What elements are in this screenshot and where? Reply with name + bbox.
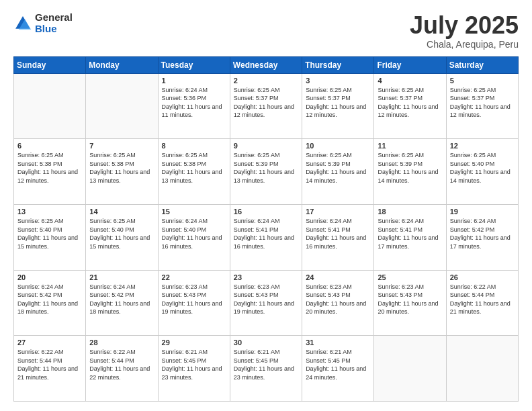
calendar-cell: 2Sunrise: 6:25 AMSunset: 5:37 PMDaylight… — [230, 73, 302, 139]
page: General Blue July 2025 Chala, Arequipa, … — [0, 0, 532, 411]
day-info: Sunrise: 6:25 AMSunset: 5:40 PMDaylight:… — [89, 217, 154, 250]
day-number: 12 — [450, 142, 515, 150]
day-number: 13 — [17, 208, 82, 216]
logo-general: General — [35, 12, 73, 24]
day-number: 28 — [89, 338, 154, 347]
day-info: Sunrise: 6:24 AMSunset: 5:41 PMDaylight:… — [378, 217, 442, 250]
day-info: Sunrise: 6:21 AMSunset: 5:45 PMDaylight:… — [306, 348, 370, 381]
day-info: Sunrise: 6:25 AMSunset: 5:37 PMDaylight:… — [450, 86, 515, 120]
calendar-cell: 13Sunrise: 6:25 AMSunset: 5:40 PMDayligh… — [14, 204, 86, 270]
calendar-cell — [86, 73, 158, 139]
day-number: 19 — [450, 208, 515, 216]
logo-icon — [13, 14, 32, 33]
weekday-header-row: SundayMondayTuesdayWednesdayThursdayFrid… — [14, 56, 519, 73]
day-info: Sunrise: 6:23 AMSunset: 5:43 PMDaylight:… — [234, 283, 298, 316]
day-number: 25 — [378, 273, 442, 281]
day-info: Sunrise: 6:25 AMSunset: 5:37 PMDaylight:… — [234, 86, 298, 120]
weekday-header-monday: Monday — [86, 56, 158, 73]
day-number: 26 — [450, 273, 515, 281]
calendar-cell: 6Sunrise: 6:25 AMSunset: 5:38 PMDaylight… — [14, 139, 86, 205]
day-number: 17 — [306, 208, 370, 216]
day-info: Sunrise: 6:25 AMSunset: 5:39 PMDaylight:… — [234, 151, 298, 185]
calendar-cell: 5Sunrise: 6:25 AMSunset: 5:37 PMDaylight… — [446, 73, 518, 139]
day-info: Sunrise: 6:23 AMSunset: 5:43 PMDaylight:… — [162, 283, 226, 316]
logo-text: General Blue — [35, 12, 73, 34]
day-number: 20 — [17, 273, 82, 281]
day-info: Sunrise: 6:24 AMSunset: 5:42 PMDaylight:… — [89, 283, 154, 316]
day-number: 16 — [234, 208, 298, 216]
day-info: Sunrise: 6:25 AMSunset: 5:37 PMDaylight:… — [306, 86, 370, 120]
logo-blue: Blue — [35, 24, 73, 35]
day-info: Sunrise: 6:25 AMSunset: 5:40 PMDaylight:… — [450, 151, 515, 185]
day-info: Sunrise: 6:21 AMSunset: 5:45 PMDaylight:… — [234, 348, 298, 381]
day-info: Sunrise: 6:22 AMSunset: 5:44 PMDaylight:… — [17, 348, 82, 381]
logo: General Blue — [13, 12, 73, 34]
day-number: 14 — [89, 208, 154, 216]
day-info: Sunrise: 6:22 AMSunset: 5:44 PMDaylight:… — [450, 283, 515, 316]
day-number: 18 — [378, 208, 442, 216]
day-info: Sunrise: 6:24 AMSunset: 5:42 PMDaylight:… — [17, 283, 82, 316]
weekday-header-tuesday: Tuesday — [158, 56, 230, 73]
week-row-1: 1Sunrise: 6:24 AMSunset: 5:36 PMDaylight… — [14, 73, 519, 139]
calendar-cell: 31Sunrise: 6:21 AMSunset: 5:45 PMDayligh… — [302, 336, 374, 402]
calendar-cell: 27Sunrise: 6:22 AMSunset: 5:44 PMDayligh… — [14, 336, 86, 402]
weekday-header-thursday: Thursday — [302, 56, 374, 73]
day-number: 11 — [378, 142, 442, 150]
week-row-2: 6Sunrise: 6:25 AMSunset: 5:38 PMDaylight… — [14, 139, 519, 205]
day-number: 10 — [306, 142, 370, 150]
day-number: 1 — [162, 77, 226, 85]
calendar-cell: 15Sunrise: 6:24 AMSunset: 5:40 PMDayligh… — [158, 204, 230, 270]
weekday-header-friday: Friday — [374, 56, 446, 73]
calendar-cell: 10Sunrise: 6:25 AMSunset: 5:39 PMDayligh… — [302, 139, 374, 205]
day-number: 8 — [162, 142, 226, 150]
calendar-cell: 4Sunrise: 6:25 AMSunset: 5:37 PMDaylight… — [374, 73, 446, 139]
day-number: 4 — [378, 77, 442, 85]
calendar-cell: 22Sunrise: 6:23 AMSunset: 5:43 PMDayligh… — [158, 270, 230, 336]
calendar-cell: 23Sunrise: 6:23 AMSunset: 5:43 PMDayligh… — [230, 270, 302, 336]
day-info: Sunrise: 6:25 AMSunset: 5:38 PMDaylight:… — [17, 151, 82, 185]
calendar-cell: 16Sunrise: 6:24 AMSunset: 5:41 PMDayligh… — [230, 204, 302, 270]
day-number: 3 — [306, 77, 370, 85]
day-info: Sunrise: 6:25 AMSunset: 5:39 PMDaylight:… — [306, 151, 370, 185]
day-info: Sunrise: 6:24 AMSunset: 5:42 PMDaylight:… — [450, 217, 515, 250]
day-number: 7 — [89, 142, 154, 150]
calendar-cell: 8Sunrise: 6:25 AMSunset: 5:38 PMDaylight… — [158, 139, 230, 205]
day-info: Sunrise: 6:24 AMSunset: 5:40 PMDaylight:… — [162, 217, 226, 250]
calendar-cell: 29Sunrise: 6:21 AMSunset: 5:45 PMDayligh… — [158, 336, 230, 402]
calendar-cell: 30Sunrise: 6:21 AMSunset: 5:45 PMDayligh… — [230, 336, 302, 402]
calendar-cell: 7Sunrise: 6:25 AMSunset: 5:38 PMDaylight… — [86, 139, 158, 205]
calendar-cell: 26Sunrise: 6:22 AMSunset: 5:44 PMDayligh… — [446, 270, 518, 336]
calendar-cell: 12Sunrise: 6:25 AMSunset: 5:40 PMDayligh… — [446, 139, 518, 205]
week-row-3: 13Sunrise: 6:25 AMSunset: 5:40 PMDayligh… — [14, 204, 519, 270]
calendar-cell: 20Sunrise: 6:24 AMSunset: 5:42 PMDayligh… — [14, 270, 86, 336]
calendar-cell: 14Sunrise: 6:25 AMSunset: 5:40 PMDayligh… — [86, 204, 158, 270]
day-info: Sunrise: 6:22 AMSunset: 5:44 PMDaylight:… — [89, 348, 154, 381]
weekday-header-wednesday: Wednesday — [230, 56, 302, 73]
day-info: Sunrise: 6:25 AMSunset: 5:39 PMDaylight:… — [378, 151, 442, 185]
day-number: 24 — [306, 273, 370, 281]
calendar-cell: 17Sunrise: 6:24 AMSunset: 5:41 PMDayligh… — [302, 204, 374, 270]
calendar-cell: 28Sunrise: 6:22 AMSunset: 5:44 PMDayligh… — [86, 336, 158, 402]
calendar-cell — [446, 336, 518, 402]
calendar-cell: 24Sunrise: 6:23 AMSunset: 5:43 PMDayligh… — [302, 270, 374, 336]
day-number: 30 — [234, 338, 298, 347]
main-title: July 2025 — [410, 12, 519, 39]
calendar-cell: 21Sunrise: 6:24 AMSunset: 5:42 PMDayligh… — [86, 270, 158, 336]
calendar-cell: 18Sunrise: 6:24 AMSunset: 5:41 PMDayligh… — [374, 204, 446, 270]
calendar-cell: 3Sunrise: 6:25 AMSunset: 5:37 PMDaylight… — [302, 73, 374, 139]
day-number: 15 — [162, 208, 226, 216]
header: General Blue July 2025 Chala, Arequipa, … — [13, 12, 519, 50]
day-number: 2 — [234, 77, 298, 85]
day-info: Sunrise: 6:25 AMSunset: 5:37 PMDaylight:… — [378, 86, 442, 120]
calendar-cell: 9Sunrise: 6:25 AMSunset: 5:39 PMDaylight… — [230, 139, 302, 205]
calendar-cell: 19Sunrise: 6:24 AMSunset: 5:42 PMDayligh… — [446, 204, 518, 270]
title-block: July 2025 Chala, Arequipa, Peru — [410, 12, 519, 50]
weekday-header-saturday: Saturday — [446, 56, 518, 73]
calendar-cell — [14, 73, 86, 139]
day-info: Sunrise: 6:25 AMSunset: 5:40 PMDaylight:… — [17, 217, 82, 250]
calendar-cell — [374, 336, 446, 402]
day-info: Sunrise: 6:24 AMSunset: 5:36 PMDaylight:… — [162, 86, 226, 120]
calendar-cell: 1Sunrise: 6:24 AMSunset: 5:36 PMDaylight… — [158, 73, 230, 139]
day-info: Sunrise: 6:21 AMSunset: 5:45 PMDaylight:… — [162, 348, 226, 381]
day-number: 5 — [450, 77, 515, 85]
